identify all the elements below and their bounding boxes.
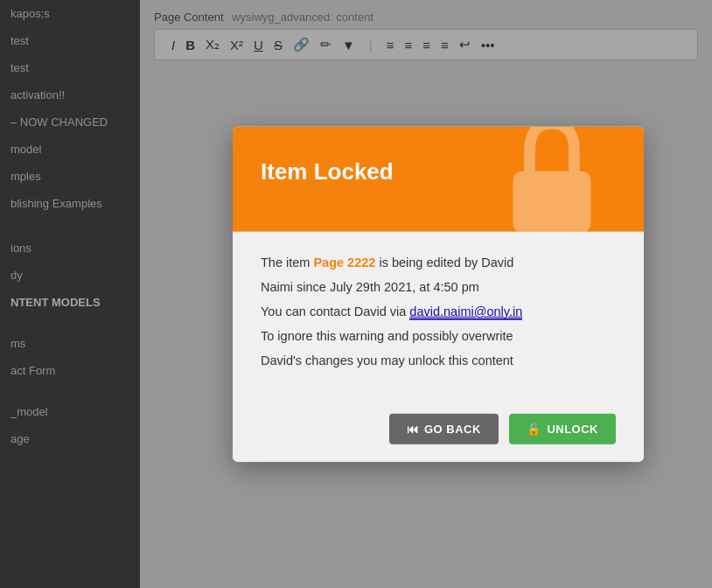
item-locked-modal: Item Locked The item Page 2222 is being … bbox=[233, 127, 644, 462]
modal-body-text1: The item Page 2222 is being edited by Da… bbox=[261, 253, 616, 274]
contact-email[interactable]: david.naimi@only.in bbox=[409, 304, 522, 320]
unlock-button[interactable]: 🔓 UNLOCK bbox=[509, 413, 616, 444]
modal-body: The item Page 2222 is being edited by Da… bbox=[233, 232, 644, 400]
page-name: Page 2222 bbox=[313, 256, 375, 270]
body-prefix: The item bbox=[261, 256, 313, 270]
go-back-icon: ⏮ bbox=[407, 422, 419, 435]
go-back-button[interactable]: ⏮ GO BACK bbox=[389, 413, 499, 444]
modal-header: Item Locked bbox=[233, 127, 644, 232]
modal-body-text2: Naimi since July 29th 2021, at 4:50 pm bbox=[261, 277, 616, 298]
contact-prefix: You can contact David via bbox=[261, 304, 409, 318]
modal-title: Item Locked bbox=[261, 158, 616, 186]
unlock-icon: 🔓 bbox=[527, 422, 541, 435]
modal-footer: ⏮ GO BACK 🔓 UNLOCK bbox=[233, 399, 644, 461]
unlock-label: UNLOCK bbox=[547, 422, 598, 435]
modal-body-text4: To ignore this warning and possibly over… bbox=[261, 326, 616, 346]
body-suffix: is being edited by David bbox=[375, 256, 513, 270]
modal-body-text3: You can contact David via david.naimi@on… bbox=[261, 302, 616, 323]
go-back-label: GO BACK bbox=[424, 422, 481, 435]
modal-body-text5: David's changes you may unlock this cont… bbox=[261, 350, 616, 371]
